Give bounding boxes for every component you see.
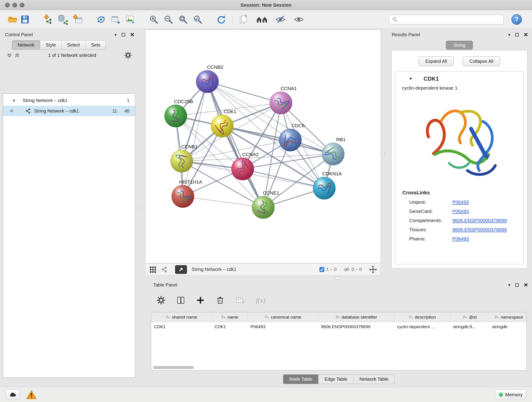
tab-string[interactable]: String (446, 41, 473, 50)
delete-row-icon[interactable] (215, 296, 225, 305)
network-table-icon[interactable] (109, 13, 122, 26)
node-CCNB1[interactable] (171, 150, 193, 172)
copy-icon[interactable] (238, 13, 250, 26)
table-collapse-icon[interactable]: ▾ (508, 283, 510, 287)
collapse-all-button[interactable]: Collapse All (463, 56, 500, 66)
first-neighbors-icon[interactable] (256, 13, 268, 26)
crosslink-value-link[interactable]: 9606.ENSP00000378699 (452, 227, 507, 232)
open-session-icon[interactable] (6, 13, 19, 26)
column-header-database-identifier[interactable]: database identifier (318, 313, 394, 322)
table-row[interactable]: CDK1CDK1P064939606.ENSP00000378699cyclin… (151, 322, 526, 332)
splitter-handle-right[interactable] (382, 150, 385, 156)
node-CDKN1A[interactable] (313, 177, 336, 199)
panel-collapse-icon[interactable]: ▾ (114, 32, 117, 37)
results-close-icon[interactable]: × (524, 32, 528, 37)
results-maximize-icon[interactable] (515, 33, 519, 36)
table-cell[interactable]: cyclin-dependent ... (394, 322, 450, 332)
edge-CCNA2-CDKN1A[interactable] (243, 169, 324, 188)
window-close-button[interactable] (5, 3, 10, 7)
add-row-icon[interactable] (196, 296, 205, 305)
cloud-status-button[interactable] (6, 389, 20, 400)
detach-view-button[interactable] (175, 265, 187, 274)
tab-style[interactable]: Style (40, 40, 61, 50)
zoom-out-icon[interactable] (162, 13, 175, 26)
grid-view-icon[interactable] (149, 266, 157, 273)
column-header-description[interactable]: description (394, 313, 450, 322)
tab-sets[interactable]: Sets (85, 40, 106, 50)
delete-table-icon[interactable] (235, 296, 245, 305)
zoom-selected-icon[interactable] (191, 13, 204, 26)
results-collapse-icon[interactable]: ▾ (508, 32, 510, 37)
selected-checkbox-icon[interactable] (319, 267, 325, 273)
node-HIST1H1A[interactable] (172, 185, 194, 208)
table-cell[interactable]: 9606.ENSP00000378699 (318, 322, 394, 332)
node-CCNB2[interactable] (196, 70, 219, 93)
table-settings-gear-icon[interactable] (157, 296, 166, 305)
hidden-eye-icon[interactable] (343, 266, 350, 273)
section-collapse-icon[interactable]: ▼ (409, 77, 413, 81)
expand-all-tree-icon[interactable] (14, 52, 20, 58)
horizontal-scrollbar[interactable] (153, 366, 194, 369)
import-table-icon[interactable] (71, 13, 84, 26)
zoom-fit-icon[interactable] (177, 13, 189, 26)
search-input[interactable] (399, 17, 500, 22)
table-cell[interactable]: CDK1 (212, 322, 248, 332)
splitter-handle-left[interactable] (140, 205, 143, 211)
crosslink-value-link[interactable]: 9606.ENSP00000378699 (452, 218, 507, 223)
table-cell[interactable]: CDK1 (151, 322, 212, 332)
help-icon[interactable]: ? (511, 14, 522, 25)
panel-close-icon[interactable]: × (130, 32, 134, 37)
new-network-icon[interactable] (95, 13, 107, 26)
edge-CCNB2-CCNE1[interactable] (207, 82, 263, 207)
crosslink-value-link[interactable]: P06493 (452, 209, 469, 214)
node-CDC6[interactable] (279, 129, 302, 151)
network-share-view-icon[interactable] (161, 266, 167, 273)
gear-icon[interactable] (124, 51, 132, 59)
column-header-canonical-name[interactable]: canonical name (248, 313, 318, 322)
crosslink-value-link[interactable]: P06493 (452, 199, 469, 205)
warning-icon[interactable] (26, 390, 37, 400)
network-canvas[interactable]: CCNB2CCNA1CDC25BCDK1CDC6RB1CCNB1CCNA2CDK… (145, 30, 381, 263)
hide-selected-icon[interactable] (274, 13, 287, 26)
toolbar-search[interactable] (389, 15, 504, 24)
window-zoom-button[interactable] (20, 3, 24, 7)
tab-node-table[interactable]: Node Table (283, 375, 319, 384)
memory-button[interactable]: Memory (495, 389, 526, 400)
expand-all-button[interactable]: Expand All (418, 56, 454, 66)
edge-CCNB2-CCNA1[interactable] (207, 82, 281, 103)
pan-crosshair-icon[interactable] (369, 266, 377, 274)
refresh-icon[interactable] (215, 13, 227, 26)
node-CCNA1[interactable] (270, 92, 292, 114)
table-cell[interactable]: stringdb:9... (450, 322, 489, 332)
network-collection-row[interactable]: ▼ String Network – cdk1 1 (3, 95, 135, 106)
column-header-name[interactable]: name (212, 313, 248, 322)
table-close-icon[interactable]: × (524, 282, 528, 288)
node-CCNE1[interactable] (252, 196, 274, 219)
crosslink-value-link[interactable]: P06493 (452, 236, 469, 242)
tab-network[interactable]: Network (12, 40, 40, 50)
node-CDC25B[interactable] (165, 105, 187, 127)
column-header-shared-name[interactable]: shared name (151, 313, 212, 322)
tab-edge-table[interactable]: Edge Table (318, 375, 354, 384)
table-maximize-icon[interactable] (515, 283, 519, 287)
panel-maximize-icon[interactable] (122, 33, 125, 36)
window-minimize-button[interactable] (12, 3, 17, 7)
network-row[interactable]: String Network – cdk1 11 48 (3, 106, 135, 116)
table-cell[interactable]: P06493 (248, 322, 318, 332)
save-session-icon[interactable] (19, 13, 31, 26)
show-columns-icon[interactable] (176, 296, 185, 305)
collapse-all-tree-icon[interactable] (6, 52, 12, 58)
import-network-file-icon[interactable] (42, 13, 55, 26)
table-cell[interactable]: stringdb (489, 322, 526, 332)
tree-expand-icon[interactable]: ▼ (12, 99, 16, 102)
zoom-in-icon[interactable] (147, 13, 160, 26)
tab-network-table[interactable]: Network Table (353, 375, 394, 384)
fx-icon[interactable]: f(x) (256, 296, 266, 304)
edge-HIST1H1A-CCNE1[interactable] (183, 196, 263, 207)
import-network-database-icon[interactable] (57, 13, 69, 26)
column-header-namespace[interactable]: namespace (489, 313, 526, 322)
show-all-icon[interactable] (293, 13, 305, 26)
export-image-icon[interactable] (124, 13, 137, 26)
column-header--id[interactable]: @id (450, 313, 489, 322)
tab-select[interactable]: Select (61, 40, 86, 50)
